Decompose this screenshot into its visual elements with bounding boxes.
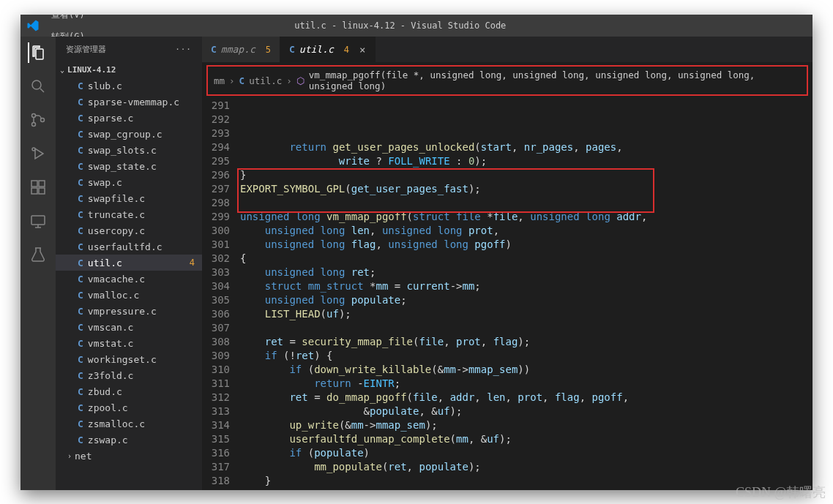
file-item[interactable]: Csparse.c [56,110,202,126]
svg-rect-7 [31,188,37,194]
file-name: swap_state.c [88,161,157,172]
file-item[interactable]: Cswap_state.c [56,158,202,174]
file-item[interactable]: Cvmstat.c [56,335,202,351]
tab-label: mmap.c [221,44,255,55]
file-name: swap_cgroup.c [88,129,163,140]
editor-area: Cmmap.c5Cutil.c4× mm › C util.c › ⬡ vm_m… [202,37,813,490]
folder-item[interactable]: ›net [56,448,202,464]
c-file-icon: C [78,193,83,204]
file-name: userfaultfd.c [88,241,163,252]
file-item[interactable]: Czswap.c [56,432,202,448]
code-line: return get_user_pages_unlocked(start, nr… [240,140,813,154]
remote-icon[interactable] [28,211,48,231]
explorer-more-icon[interactable]: ··· [175,45,192,54]
c-file-icon: C [78,354,83,365]
window-title: util.c - linux-4.12 - Visual Studio Code [91,20,710,31]
file-item[interactable]: Cslub.c [56,78,202,94]
editor-tab[interactable]: Cmmap.c5 [202,37,280,62]
vscode-logo-icon [20,19,45,32]
c-file-icon: C [78,225,83,236]
c-file-icon: C [78,129,83,140]
code-line: userfaultfd_unmap_complete(mm, &uf); [240,432,813,446]
editor-tab[interactable]: Cutil.c4× [280,37,375,62]
file-item[interactable]: Cusercopy.c [56,222,202,238]
file-name: vmalloc.c [88,290,139,301]
file-item[interactable]: Czsmalloc.c [56,415,202,432]
code-line: } [240,168,813,182]
file-item[interactable]: Cvmalloc.c [56,287,202,303]
svg-point-0 [32,80,41,89]
file-item[interactable]: Cswap_cgroup.c [56,126,202,142]
code-line: struct mm_struct *mm = current->mm; [240,279,813,293]
file-item[interactable]: Cswap.c [56,174,202,190]
search-icon[interactable] [28,76,48,97]
explorer-icon[interactable] [28,42,48,63]
file-item[interactable]: Ctruncate.c [56,206,202,222]
svg-rect-9 [31,216,45,225]
svg-rect-6 [39,181,45,187]
code-editor[interactable]: 2912922932942952962972982993003013023033… [202,99,813,490]
code-line: if (down_write_killable(&mm->mmap_sem)) [240,363,813,377]
c-file-icon: C [78,177,83,188]
line-numbers: 2912922932942952962972982993003013023033… [202,99,240,490]
extensions-icon[interactable] [28,177,48,198]
code-line: return -EINTR; [240,377,813,391]
file-item[interactable]: Czpool.c [56,399,202,415]
code-line: { [240,252,813,266]
file-item[interactable]: Cvmpressure.c [56,303,202,319]
function-icon: ⬡ [296,75,305,86]
explorer-sidebar: 资源管理器 ··· ⌄ LINUX-4.12 Cslub.cCsparse-vm… [56,37,202,490]
file-item[interactable]: Cuserfaultfd.c [56,238,202,255]
c-file-icon: C [78,402,83,413]
svg-rect-8 [39,188,45,194]
close-icon[interactable]: × [359,44,365,56]
file-name: zbud.c [88,386,122,397]
debug-icon[interactable] [28,143,48,164]
file-item[interactable]: Czbud.c [56,383,202,399]
file-item[interactable]: Csparse-vmemmap.c [56,94,202,110]
source-control-icon[interactable] [28,110,48,130]
code-line: write ? FOLL_WRITE : 0); [240,154,813,168]
code-line: ret = security_mmap_file(file, prot, fla… [240,335,813,349]
code-line [240,196,813,210]
breadcrumb[interactable]: mm › C util.c › ⬡ vm_mmap_pgoff(file *, … [206,65,808,96]
code-line: &populate, &uf); [240,405,813,418]
file-name: vmstat.c [88,338,134,349]
code-line: if (!ret) { [240,349,813,363]
file-name: truncate.c [88,209,145,220]
code-line: ret = do_mmap_pgoff(file, addr, len, pro… [240,391,813,405]
menu-item[interactable]: 查看(V) [45,15,91,26]
breadcrumb-segment: util.c [249,75,282,86]
problems-badge: 4 [190,257,195,268]
file-item[interactable]: Cworkingset.c [56,351,202,367]
menubar: 文件(F)编辑(E)选择(S)查看(V)转到(G)运行(R)终端(T)帮助(H)… [20,15,813,37]
code-line: return ret; [240,488,813,490]
chevron-right-icon: › [67,452,72,460]
tab-label: util.c [299,44,334,55]
file-item[interactable]: Cswapfile.c [56,190,202,206]
c-file-icon: C [78,435,83,445]
file-item[interactable]: Cz3fold.c [56,367,202,383]
chevron-right-icon: › [286,75,292,86]
c-file-icon: C [78,290,83,301]
file-item[interactable]: Cswap_slots.c [56,142,202,158]
code-line: } [240,474,813,488]
file-name: swap_slots.c [88,145,157,156]
file-item[interactable]: Cvmacache.c [56,271,202,287]
file-name: zpool.c [88,402,128,413]
file-item[interactable]: Cutil.c4 [56,255,202,271]
code-line [240,321,813,335]
explorer-title: 资源管理器 [66,44,106,55]
testing-icon[interactable] [28,244,48,265]
svg-point-4 [32,148,35,151]
c-file-icon: C [78,161,83,172]
c-file-icon: C [211,44,217,55]
file-name: util.c [88,257,122,268]
file-name: sparse-vmemmap.c [88,97,179,108]
file-item[interactable]: Cvmscan.c [56,319,202,335]
folder-header[interactable]: ⌄ LINUX-4.12 [56,61,202,78]
c-file-icon: C [78,274,83,285]
c-file-icon: C [78,306,83,317]
problems-badge: 4 [344,45,349,55]
watermark: CSDN @韩曙亮 [736,484,826,501]
